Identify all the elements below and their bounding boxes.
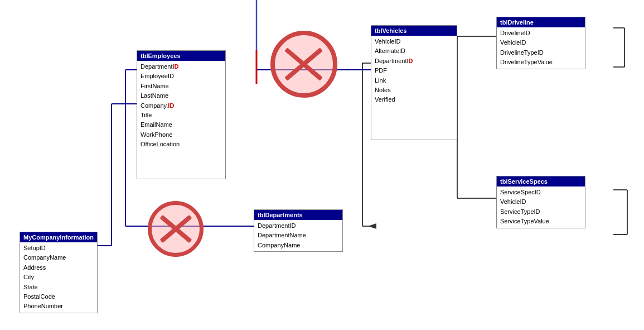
table-row: VehicleID bbox=[497, 38, 585, 47]
table-row: LastName bbox=[137, 91, 225, 101]
table-body-tblservicespecs: ServiceSpecID VehicleID ServiceTypeID Se… bbox=[497, 186, 585, 228]
table-row: Address bbox=[20, 263, 97, 272]
table-body-tbldriveline: DrivelineID VehicleID DrivelineTypeID Dr… bbox=[497, 27, 585, 69]
table-row: ServiceTypeID bbox=[497, 207, 585, 217]
table-row: VehicleID bbox=[371, 37, 457, 46]
table-tblemployees: tblEmployees DepartmentID EmployeeID Fir… bbox=[137, 50, 226, 179]
table-body-tblemployees: DepartmentID EmployeeID FirstName LastNa… bbox=[137, 61, 225, 179]
table-row: ServiceSpecID bbox=[497, 188, 585, 197]
canvas: MyCompanyInformation SetupID CompanyName… bbox=[0, 0, 644, 330]
table-row: PhoneNumber bbox=[20, 302, 97, 311]
table-row: EmployeeID bbox=[137, 71, 225, 81]
table-row: CompanyName bbox=[254, 241, 342, 250]
table-tblvehicles: tblVehicles VehicleID AlternateID Depart… bbox=[371, 25, 457, 140]
table-row: PostalCode bbox=[20, 292, 97, 302]
table-row: PDF bbox=[371, 66, 457, 75]
table-row: FirstName bbox=[137, 82, 225, 91]
table-header-tblvehicles: tblVehicles bbox=[371, 26, 457, 36]
table-header-mycompanyinformation: MyCompanyInformation bbox=[20, 232, 97, 242]
table-row: Company.ID bbox=[137, 101, 225, 111]
table-row: DrivelineID bbox=[497, 28, 585, 38]
table-tbldriveline: tblDriveline DrivelineID VehicleID Drive… bbox=[496, 17, 585, 69]
no-entry-sign-1 bbox=[270, 31, 337, 98]
table-row: ServiceTypeValue bbox=[497, 217, 585, 226]
table-header-tbldepartments: tblDepartments bbox=[254, 210, 342, 220]
table-row: WorkPhone bbox=[137, 130, 225, 140]
table-row: DrivelineTypeValue bbox=[497, 58, 585, 67]
table-row: EmailName bbox=[137, 120, 225, 130]
table-row: Verified bbox=[371, 95, 457, 104]
table-header-tblservicespecs: tblServiceSpecs bbox=[497, 176, 585, 186]
table-row: VehicleID bbox=[497, 197, 585, 207]
table-row: Notes bbox=[371, 85, 457, 95]
table-body-tbldepartments: DepartmentID DepartmentName CompanyName bbox=[254, 220, 342, 251]
table-tblservicespecs: tblServiceSpecs ServiceSpecID VehicleID … bbox=[496, 176, 585, 228]
table-header-tblemployees: tblEmployees bbox=[137, 51, 225, 61]
table-body-mycompanyinformation: SetupID CompanyName Address City State P… bbox=[20, 242, 97, 313]
table-row: Link bbox=[371, 76, 457, 85]
table-body-tblvehicles: VehicleID AlternateID DepartmentID PDF L… bbox=[371, 36, 457, 140]
table-row: OfficeLocation bbox=[137, 140, 225, 149]
table-row: DepartmentID bbox=[137, 62, 225, 71]
table-header-tbldriveline: tblDriveline bbox=[497, 17, 585, 27]
no-entry-sign-2 bbox=[148, 201, 204, 257]
table-row: City bbox=[20, 272, 97, 282]
table-row: DrivelineTypeID bbox=[497, 48, 585, 58]
table-row: DepartmentID bbox=[371, 56, 457, 66]
table-tbldepartments: tblDepartments DepartmentID DepartmentNa… bbox=[254, 209, 343, 252]
table-row: SetupID bbox=[20, 243, 97, 253]
table-row: Title bbox=[137, 111, 225, 120]
table-row: DepartmentID bbox=[254, 221, 342, 231]
table-row: AlternateID bbox=[371, 46, 457, 56]
table-row: DepartmentName bbox=[254, 231, 342, 240]
table-mycompanyinformation: MyCompanyInformation SetupID CompanyName… bbox=[20, 232, 98, 313]
table-row: State bbox=[20, 283, 97, 292]
table-row: CompanyName bbox=[20, 253, 97, 262]
